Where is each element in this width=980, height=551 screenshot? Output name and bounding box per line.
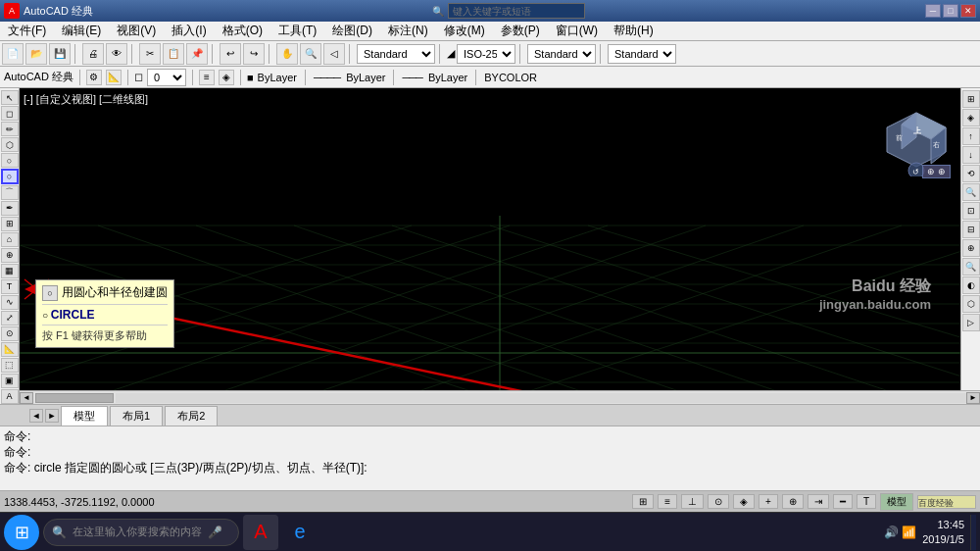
otrack-btn[interactable]: + (759, 494, 778, 509)
new-button[interactable]: 📄 (2, 43, 24, 65)
pan-button[interactable]: ✋ (276, 43, 298, 65)
preview-button[interactable]: 👁 (106, 43, 127, 65)
right-btn-8[interactable]: ⊟ (962, 221, 980, 238)
left-btn-17[interactable]: 📐 (1, 342, 19, 357)
print-button[interactable]: 🖨 (82, 43, 104, 65)
start-button[interactable]: ⊞ (4, 515, 39, 550)
right-btn-1[interactable]: ⊞ (962, 90, 980, 108)
nav-cube[interactable]: 上 右 前 ↺ ⊕ ⊕ (882, 108, 951, 176)
left-btn-16[interactable]: ⊙ (1, 326, 19, 341)
table-combo[interactable]: Standard (608, 44, 676, 64)
taskbar-search[interactable]: 🔍 在这里输入你要搜索的内容 🎤 (43, 519, 239, 546)
left-btn-6[interactable]: ○ (1, 169, 19, 183)
dyn-btn[interactable]: ⇥ (808, 494, 829, 509)
left-btn-18[interactable]: ⬚ (1, 358, 19, 373)
right-btn-3[interactable]: ↑ (962, 127, 980, 145)
ducs-btn[interactable]: ⊕ (782, 494, 804, 509)
menu-item-F[interactable]: 文件(F) (0, 22, 54, 40)
menu-item-D[interactable]: 绘图(D) (324, 22, 380, 40)
menu-item-M[interactable]: 修改(M) (436, 22, 493, 40)
lweight-btn[interactable]: ━ (833, 494, 853, 509)
right-btn-2[interactable]: ◈ (962, 109, 980, 126)
hscroll-right-btn[interactable]: ► (966, 392, 980, 404)
open-button[interactable]: 📂 (25, 43, 47, 65)
undo-button[interactable]: ↩ (220, 43, 241, 65)
tab-model[interactable]: 模型 (61, 406, 108, 426)
minimize-button[interactable]: ─ (925, 4, 941, 18)
save-button[interactable]: 💾 (49, 43, 71, 65)
menu-item-H[interactable]: 帮助(H) (606, 22, 662, 40)
snap-btn[interactable]: ⊞ (632, 494, 654, 509)
prop-btn2[interactable]: 📐 (106, 70, 122, 85)
menu-item-N[interactable]: 标注(N) (380, 22, 436, 40)
copy-button[interactable]: 📋 (163, 43, 184, 65)
left-btn-14[interactable]: ∿ (1, 295, 19, 310)
right-btn-6[interactable]: 🔍 (962, 183, 980, 201)
right-btn-5[interactable]: ⟲ (962, 165, 980, 182)
layer-manager-btn[interactable]: ≡ (199, 70, 215, 85)
text-combo[interactable]: Standard (527, 44, 596, 64)
tab-nav-prev[interactable]: ◄ (29, 409, 43, 423)
polar-btn[interactable]: ⊙ (708, 494, 729, 509)
paste-button[interactable]: 📌 (186, 43, 208, 65)
menu-item-O[interactable]: 格式(O) (215, 22, 270, 40)
style-combo[interactable]: Standard (357, 44, 435, 64)
hscrollbar[interactable]: ◄ ► (20, 390, 980, 404)
zoom-prev-button[interactable]: ◁ (323, 43, 345, 65)
menu-item-V[interactable]: 视图(V) (109, 22, 164, 40)
left-btn-19[interactable]: ▣ (1, 374, 19, 388)
right-btn-10[interactable]: 🔍 (962, 258, 980, 276)
taskbar-ie[interactable]: e (282, 515, 318, 550)
model-btn[interactable]: 模型 (880, 493, 913, 511)
show-desktop-btn[interactable] (970, 515, 976, 550)
left-btn-7[interactable]: ⌒ (1, 185, 19, 200)
left-btn-15[interactable]: ⤢ (1, 311, 19, 326)
layer-state-btn[interactable]: ◈ (219, 70, 234, 85)
menu-item-P[interactable]: 参数(P) (493, 22, 548, 40)
osnap-btn[interactable]: ◈ (733, 494, 755, 509)
left-btn-11[interactable]: ⊕ (1, 248, 19, 263)
menu-item-E[interactable]: 编辑(E) (54, 22, 109, 40)
left-btn-8[interactable]: ✒ (1, 201, 19, 216)
dim-combo[interactable]: ISO-25 (457, 44, 515, 64)
search-input[interactable] (448, 3, 585, 19)
grid-btn[interactable]: ≡ (658, 494, 677, 509)
left-btn-12[interactable]: ▦ (1, 264, 19, 278)
right-btn-13[interactable]: ▷ (962, 314, 980, 331)
right-btn-7[interactable]: ⊡ (962, 202, 980, 220)
left-btn-3[interactable]: ✏ (1, 122, 19, 136)
circle-tool-icon: ○ (42, 285, 58, 301)
left-btn-13[interactable]: T (1, 279, 19, 294)
tab-layout1[interactable]: 布局1 (110, 406, 163, 426)
hscroll-left-btn[interactable]: ◄ (20, 392, 33, 404)
tab-layout2[interactable]: 布局2 (165, 406, 218, 426)
left-btn-10[interactable]: ⌂ (1, 232, 19, 247)
tspace-btn[interactable]: T (857, 494, 876, 509)
tab-nav-next[interactable]: ► (45, 409, 59, 423)
ortho-btn[interactable]: ⊥ (681, 494, 704, 509)
menu-item-W[interactable]: 窗口(W) (548, 22, 606, 40)
right-btn-12[interactable]: ⬡ (962, 295, 980, 313)
right-btn-4[interactable]: ↓ (962, 146, 980, 164)
menu-item-T[interactable]: 工具(T) (270, 22, 324, 40)
hscroll-thumb[interactable] (35, 393, 114, 403)
left-btn-5[interactable]: ○ (1, 153, 19, 168)
close-button[interactable]: ✕ (960, 4, 976, 18)
canvas-area[interactable]: Y Z X [-] [自定义视图] [二维线图] (20, 88, 960, 390)
view-control-btn[interactable]: ⊕ ⊕ (922, 165, 951, 178)
prop-btn1[interactable]: ⚙ (86, 70, 102, 85)
cut-button[interactable]: ✂ (139, 43, 161, 65)
left-btn-9[interactable]: ⊞ (1, 217, 19, 231)
left-btn-2[interactable]: ◻ (1, 106, 19, 121)
right-btn-11[interactable]: ◐ (962, 276, 980, 294)
zoom-button[interactable]: 🔍 (300, 43, 321, 65)
left-btn-4[interactable]: ⬡ (1, 137, 19, 152)
taskbar-acad[interactable]: A (243, 515, 278, 550)
layer-combo[interactable]: 0 (147, 69, 186, 86)
left-btn-20[interactable]: A (1, 389, 19, 404)
menu-item-I[interactable]: 插入(I) (164, 22, 214, 40)
left-btn-1[interactable]: ↖ (1, 90, 19, 105)
right-btn-9[interactable]: ⊕ (962, 239, 980, 257)
redo-button[interactable]: ↪ (243, 43, 265, 65)
maximize-button[interactable]: □ (943, 4, 958, 18)
